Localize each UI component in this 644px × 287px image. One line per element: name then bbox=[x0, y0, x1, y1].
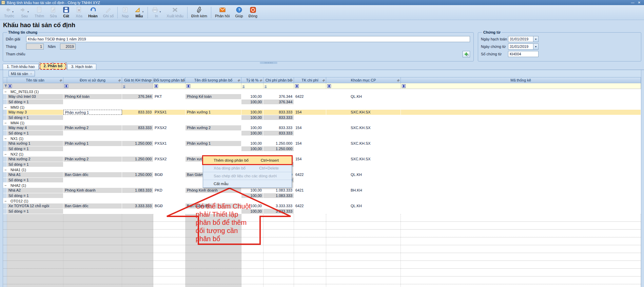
row-indicator[interactable] bbox=[3, 162, 7, 167]
cell-rate[interactable]: 100,00 bbox=[241, 125, 264, 130]
cell-kh-value[interactable]: 1.250.000 bbox=[122, 172, 153, 177]
cell-target-name[interactable]: Phân xưởng 2 bbox=[186, 125, 241, 130]
asset-row[interactable]: Nhà A2Phòng Kinh doanh1.083.333PKDPhòng … bbox=[3, 188, 641, 193]
add-reference-button[interactable] bbox=[463, 51, 470, 57]
filter-cp-item[interactable] bbox=[326, 83, 401, 89]
cell-cost[interactable]: 1.250.000 bbox=[264, 141, 294, 146]
cell-cp-item[interactable]: SXC.KH.SX bbox=[326, 110, 401, 115]
undo-button[interactable]: Hoàn bbox=[85, 5, 100, 20]
lte-filter-icon[interactable]: ≤ bbox=[123, 84, 125, 88]
cell-asset-name[interactable]: Xe TOYOTA 12 chỗ ngồi bbox=[7, 203, 63, 209]
cell-asset-name[interactable]: Nhà xưởng 1 bbox=[7, 141, 63, 146]
column-header-target-name[interactable]: Tên đối tượng phân bổ bbox=[186, 77, 241, 83]
cell-unit[interactable]: Ban Giám đốc bbox=[63, 203, 122, 209]
column-header-rate[interactable]: Tỷ lệ % bbox=[241, 77, 264, 83]
pin-icon[interactable] bbox=[237, 79, 240, 83]
tab-hach-toan[interactable]: 3. Hạch toán bbox=[67, 64, 96, 70]
year-input[interactable]: 2019 bbox=[60, 43, 76, 50]
pin-icon[interactable] bbox=[59, 79, 62, 83]
filter-box-icon[interactable] bbox=[8, 84, 12, 88]
filter-box-icon[interactable] bbox=[187, 84, 190, 88]
cell-target-code[interactable]: PKT bbox=[153, 94, 186, 99]
group-row[interactable]: −NHA1 (1) bbox=[3, 167, 641, 172]
asset-row[interactable]: Nhà A1Ban Giám đốc1.250.000BGĐBan Giám đ… bbox=[3, 172, 641, 178]
cell-stat-code[interactable] bbox=[401, 157, 641, 162]
cell-kh-value[interactable]: 3.333.333 bbox=[122, 203, 153, 209]
cell-unit[interactable]: Phân xưởng 1 bbox=[63, 110, 122, 115]
row-indicator[interactable] bbox=[3, 94, 7, 99]
group-row[interactable]: −MM4 (1) bbox=[3, 120, 641, 125]
cell-cost[interactable]: 833.333 bbox=[264, 110, 294, 115]
cell-cp-item[interactable]: QL.KH bbox=[326, 172, 401, 177]
help-button[interactable]: ? Giúp bbox=[232, 5, 246, 20]
group-row[interactable]: −NX2 (1) bbox=[3, 151, 641, 157]
cell-stat-code[interactable] bbox=[401, 172, 641, 177]
cell-cp-item[interactable]: SXC.KH.SX bbox=[326, 157, 401, 162]
row-indicator[interactable] bbox=[3, 141, 7, 146]
cell-account[interactable]: 6421 bbox=[294, 188, 326, 193]
cell-stat-code[interactable] bbox=[401, 125, 641, 130]
cell-target-code[interactable]: BGĐ bbox=[153, 203, 186, 209]
row-indicator[interactable] bbox=[3, 193, 7, 198]
cell-kh-value[interactable]: 1.250.000 bbox=[122, 157, 153, 162]
feedback-button[interactable]: Phản hồi bbox=[212, 5, 232, 20]
cell-stat-code[interactable] bbox=[401, 203, 641, 209]
cell-rate[interactable]: 100,00 bbox=[241, 203, 264, 209]
summary-row[interactable]: Số dòng = 1100,00376.344 bbox=[3, 100, 641, 105]
cell-target-code[interactable]: PXSX2 bbox=[153, 157, 186, 162]
cell-kh-value[interactable]: 833.333 bbox=[122, 125, 153, 130]
cell-unit[interactable]: Phân xưởng 2 bbox=[63, 125, 122, 130]
row-indicator[interactable] bbox=[3, 110, 7, 115]
summary-row[interactable]: Số dòng = 1100,00833.333 bbox=[3, 115, 641, 120]
cell-account[interactable]: 6422 bbox=[294, 203, 326, 209]
cell-unit[interactable]: Phòng Kế toán bbox=[63, 94, 122, 99]
pin-icon[interactable] bbox=[322, 79, 325, 83]
group-by-asset-code-button[interactable]: Mã tài sản ▲ bbox=[8, 71, 35, 76]
row-indicator[interactable] bbox=[3, 100, 7, 104]
lte-filter-icon[interactable]: ≤ bbox=[265, 84, 267, 88]
cell-account[interactable]: 154 bbox=[294, 157, 326, 162]
cell-cp-item[interactable]: SXC.KH.SX bbox=[326, 141, 401, 146]
row-indicator[interactable] bbox=[3, 203, 7, 209]
cell-rate[interactable]: 100,00 bbox=[241, 94, 264, 99]
column-header-asset-name[interactable]: Tên tài sản bbox=[7, 77, 63, 83]
collapse-icon[interactable]: − bbox=[4, 199, 8, 203]
chevron-down-icon[interactable]: ▼ bbox=[533, 36, 538, 42]
cell-unit[interactable]: Phòng Kinh doanh bbox=[63, 188, 122, 193]
column-header-account[interactable]: TK chi phí bbox=[294, 77, 326, 83]
cell-asset-name[interactable]: Máy chủ Intel 03 bbox=[7, 94, 63, 99]
filter-box-icon[interactable] bbox=[154, 84, 158, 88]
cell-target-code[interactable]: PXSX1 bbox=[153, 110, 186, 115]
row-indicator[interactable] bbox=[3, 115, 7, 120]
cell-unit[interactable]: Phân xưởng 2 bbox=[63, 157, 122, 162]
cell-asset-name[interactable]: Máy may 3 bbox=[7, 110, 63, 115]
cell-target-name[interactable]: Phòng Kinh doanh bbox=[186, 188, 241, 193]
pin-icon[interactable] bbox=[181, 79, 184, 83]
cell-rate[interactable]: 100,00 bbox=[241, 188, 264, 193]
filter-target-code[interactable] bbox=[153, 83, 186, 89]
group-row[interactable]: −MM3 (1) bbox=[3, 105, 641, 110]
pin-icon[interactable] bbox=[118, 79, 121, 83]
summary-row[interactable]: Số dòng = 1100,003.333.333 bbox=[3, 209, 641, 214]
cell-stat-code[interactable] bbox=[401, 188, 641, 193]
description-input[interactable]: Khấu hao TSCĐ tháng 1 năm 2019 bbox=[26, 36, 470, 42]
cell-target-code[interactable]: PXSX2 bbox=[153, 125, 186, 130]
collapse-splitter-handle[interactable] bbox=[260, 62, 277, 64]
tab-tinh-khau-hao[interactable]: 1. Tính khấu hao bbox=[3, 64, 39, 70]
group-row[interactable]: −MC_INTEL03 (1) bbox=[3, 89, 641, 94]
menu-item-save-template[interactable]: Cất mẫu bbox=[203, 180, 292, 187]
cell-kh-value[interactable]: 833.333 bbox=[122, 110, 153, 115]
posting-date-input[interactable]: 31/01/2019 ▼ bbox=[508, 36, 539, 42]
collapse-icon[interactable]: − bbox=[4, 168, 8, 172]
cell-cp-item[interactable]: QL.KH bbox=[326, 94, 401, 99]
collapse-icon[interactable]: − bbox=[4, 152, 8, 156]
attach-button[interactable]: Đính kèm bbox=[189, 5, 210, 20]
pin-icon[interactable] bbox=[259, 79, 262, 83]
asset-row-selected[interactable]: Máy may 3Phân xưởng 1833.333PXSX1Phân xư… bbox=[3, 110, 641, 115]
group-row[interactable]: −NX1 (1) bbox=[3, 136, 641, 141]
cell-asset-name[interactable]: Nhà xưởng 2 bbox=[7, 157, 63, 162]
asset-row[interactable]: Nhà xưởng 2Phân xưởng 21.250.000PXSX2Phâ… bbox=[3, 157, 641, 162]
summary-row[interactable]: Số dòng = 1100,001.250.000 bbox=[3, 162, 641, 167]
asset-row[interactable]: Xe TOYOTA 12 chỗ ngồiBan Giám đốc3.333.3… bbox=[3, 203, 641, 209]
cell-stat-code[interactable] bbox=[401, 94, 641, 99]
